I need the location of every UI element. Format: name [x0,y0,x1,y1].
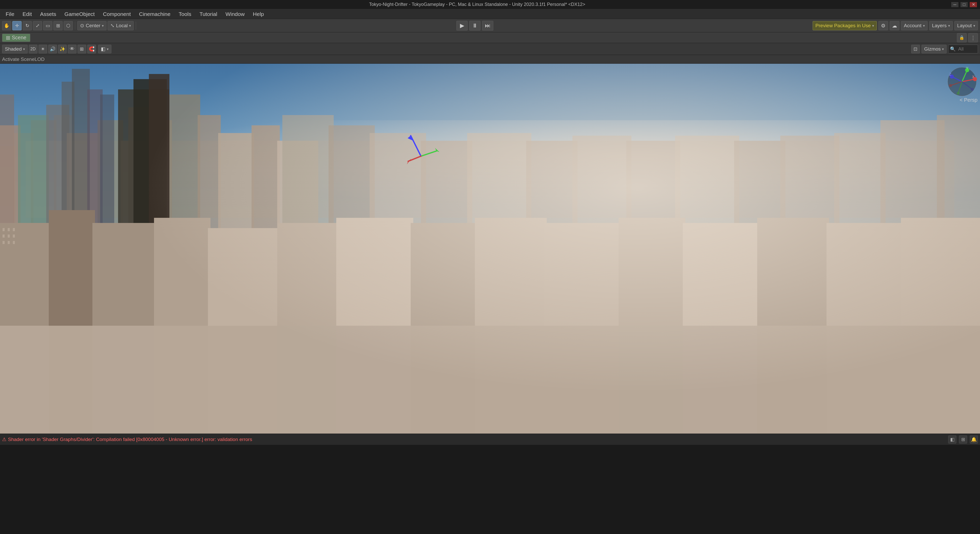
shading-arrow: ▾ [23,47,25,51]
menu-help[interactable]: Help [249,10,267,18]
lod-activate-text[interactable]: Activate SceneLOD [2,56,45,62]
perspective-label: < Persp [960,97,977,103]
cloud-icon: ☁ [892,22,897,29]
city-scene [0,64,980,434]
layers-arrow: ▾ [948,24,950,28]
svg-text:Y: Y [966,66,969,70]
scene-tab[interactable]: ⊞ Scene [2,33,30,42]
main-toolbar: ✋ ✛ ↻ ⤢ ▭ ⊞ ⬡ ⊙ Center ▾ ⤡ Local ▾ ▶ ⏸ ⏭… [0,19,980,32]
rotate-tool-button[interactable]: ↻ [22,21,32,30]
transform-tool-button[interactable]: ⊞ [53,21,63,30]
view-right: ⊡ Gizmos ▾ 🔍 [911,45,978,53]
svg-rect-66 [8,241,10,244]
collapse-icon[interactable]: ◧ [948,435,956,443]
minimize-button[interactable]: ─ [951,2,958,7]
scene-visibility-toggle[interactable]: 👁 [68,45,76,53]
error-text: Shader error in 'Shader Graphs/Divider':… [8,437,252,442]
scene-viewport[interactable]: X Y Z < Persp [0,64,980,434]
title-bar: Tokyo-Night-Drifter - TokyoGameplay - PC… [0,0,980,9]
pivot-label: Center [86,23,100,29]
search-icon: 🔍 [950,46,956,52]
lod-bar: Activate SceneLOD [0,55,980,64]
layout-arrow: ▾ [973,24,975,28]
grid-toggle[interactable]: ⊞ [78,45,86,53]
menu-component[interactable]: Component [99,10,135,18]
menu-assets[interactable]: Assets [37,10,60,18]
layers-label: Layers [932,23,947,29]
svg-rect-60 [8,228,10,231]
orientation-gizmo[interactable]: X Y Z [947,66,977,97]
scene-search-input[interactable] [956,45,976,53]
shading-label: Shaded [5,46,22,52]
scene-tab-label: Scene [12,35,26,41]
account-dropdown[interactable]: Account ▾ [901,21,928,30]
svg-point-87 [957,92,960,95]
local-icon: ⤡ [110,22,115,29]
pivot-dropdown[interactable]: ⊙ Center ▾ [77,21,107,30]
view-toolbar: Shaded ▾ 2D ☀ 🔊 ✨ 👁 ⊞ 🧲 ◧ ▾ ⊡ Gizmos ▾ 🔍 [0,43,980,55]
svg-rect-63 [8,234,10,238]
render-mode-arrow: ▾ [107,47,108,51]
account-arrow: ▾ [923,24,925,28]
svg-rect-58 [0,64,980,434]
audio-toggle[interactable]: 🔊 [48,45,57,53]
settings-icon: ⚙ [881,22,886,29]
preview-packages-button[interactable]: Preview Packages in Use ▾ [813,21,877,30]
menu-cinemachine[interactable]: Cinemachine [135,10,174,18]
cloud-button[interactable]: ☁ [890,21,899,30]
pivot-arrow: ▾ [102,24,104,28]
separator-1 [75,22,75,30]
svg-rect-61 [13,228,15,231]
maximize-button-viewport[interactable]: ⊡ [911,45,920,53]
lighting-toggle[interactable]: ☀ [38,45,47,53]
scale-tool-button[interactable]: ⤢ [33,21,42,30]
close-button[interactable]: ✕ [970,2,977,7]
svg-rect-65 [3,241,5,244]
layout-dropdown[interactable]: Layout ▾ [955,21,978,30]
step-button[interactable]: ⏭ [482,21,493,30]
rect-tool-button[interactable]: ▭ [43,21,52,30]
maximize-button[interactable]: □ [961,2,968,7]
menu-file[interactable]: File [2,10,18,18]
menu-edit[interactable]: Edit [19,10,35,18]
svg-text:Z: Z [949,72,951,76]
menu-tutorial[interactable]: Tutorial [196,10,221,18]
2d-label: 2D [30,47,35,51]
2d-toggle[interactable]: 2D [29,45,38,53]
menu-tools[interactable]: Tools [175,10,195,18]
svg-rect-67 [13,241,15,244]
menu-bar: File Edit Assets GameObject Component Ci… [0,9,980,19]
scene-lock-button[interactable]: 🔒 [957,33,967,42]
svg-rect-62 [3,234,5,238]
account-label: Account [904,23,921,29]
scene-tab-icon: ⊞ [6,35,10,41]
layers-dropdown[interactable]: Layers ▾ [929,21,953,30]
move-tool-button[interactable]: ✛ [12,21,22,30]
layers-status-icon[interactable]: ⊞ [959,435,967,443]
status-bar: ⚠ Shader error in 'Shader Graphs/Divider… [0,434,980,445]
snap-toggle[interactable]: 🧲 [87,45,96,53]
notifications-icon[interactable]: 🔔 [970,435,978,443]
render-mode-icon: ◧ [101,46,105,52]
preview-arrow: ▾ [872,24,874,28]
local-dropdown[interactable]: ⤡ Local ▾ [108,21,134,30]
play-button[interactable]: ▶ [457,21,468,30]
svg-point-89 [971,88,974,91]
fx-toggle[interactable]: ✨ [58,45,67,53]
error-icon: ⚠ [2,437,6,442]
error-message: ⚠ Shader error in 'Shader Graphs/Divider… [2,437,252,442]
hand-tool-button[interactable]: ✋ [2,21,11,30]
separator-2 [136,22,136,30]
collab-settings-button[interactable]: ⚙ [878,21,888,30]
scene-more-button[interactable]: ⋮ [968,33,978,42]
shading-dropdown[interactable]: Shaded ▾ [2,45,28,53]
gizmos-dropdown[interactable]: Gizmos ▾ [921,45,947,53]
svg-point-85 [949,84,952,87]
custom-tool-button[interactable]: ⬡ [64,21,73,30]
menu-window[interactable]: Window [222,10,248,18]
menu-gameobject[interactable]: GameObject [61,10,98,18]
render-mode-dropdown[interactable]: ◧ ▾ [98,45,111,53]
toolbar-right: Preview Packages in Use ▾ ⚙ ☁ Account ▾ … [813,21,978,30]
pause-button[interactable]: ⏸ [469,21,480,30]
pivot-icon: ⊙ [80,22,84,29]
